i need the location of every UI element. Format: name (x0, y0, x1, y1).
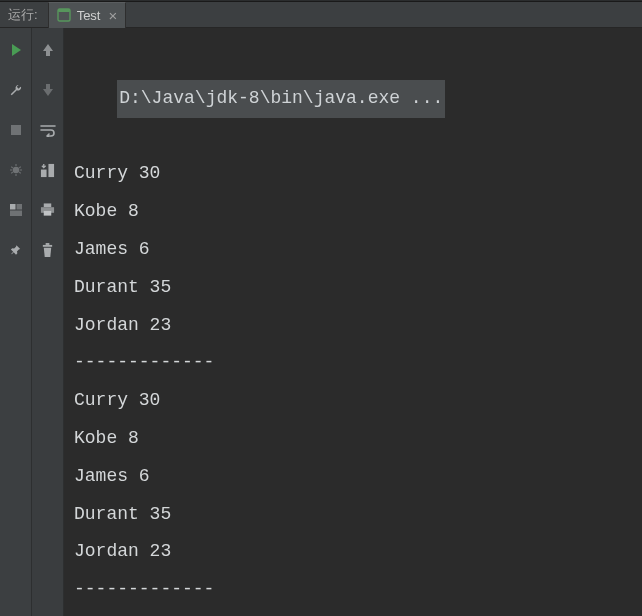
svg-rect-8 (48, 163, 54, 176)
run-gutter-mid (32, 28, 64, 616)
stop-button[interactable] (4, 118, 28, 142)
svg-rect-1 (58, 9, 70, 12)
down-stacktrace-button[interactable] (36, 78, 60, 102)
arrow-up-icon (42, 43, 54, 57)
settings-button[interactable] (4, 78, 28, 102)
svg-rect-2 (11, 125, 21, 135)
pin-icon (9, 243, 23, 257)
print-button[interactable] (36, 198, 60, 222)
trash-icon (41, 243, 54, 258)
application-icon (57, 8, 71, 22)
layout-button[interactable] (4, 198, 28, 222)
print-icon (40, 203, 55, 217)
bug-icon (8, 162, 24, 178)
svg-rect-6 (10, 211, 22, 217)
run-gutter-left (0, 28, 32, 616)
svg-point-3 (12, 167, 19, 174)
rerun-button[interactable] (4, 38, 28, 62)
arrow-down-icon (42, 83, 54, 97)
console-command-line: D:\Java\jdk-8\bin\java.exe ... (117, 80, 445, 118)
svg-rect-5 (16, 204, 22, 210)
pin-button[interactable] (4, 238, 28, 262)
svg-rect-11 (44, 211, 52, 216)
layout-icon (9, 203, 23, 217)
svg-rect-7 (41, 169, 47, 177)
clear-all-button[interactable] (36, 238, 60, 262)
scroll-to-end-button[interactable] (36, 158, 60, 182)
run-tab-label: Test (77, 8, 101, 23)
svg-rect-9 (44, 203, 52, 207)
run-tab-test[interactable]: Test × (48, 2, 127, 28)
soft-wrap-icon (40, 123, 56, 137)
console-lines: Curry 30 Kobe 8 James 6 Durant 35 Jordan… (74, 163, 214, 599)
svg-rect-13 (43, 244, 52, 246)
up-stacktrace-button[interactable] (36, 38, 60, 62)
scroll-to-end-icon (40, 163, 55, 178)
console-output[interactable]: D:\Java\jdk-8\bin\java.exe ... Curry 30 … (64, 28, 642, 616)
close-icon[interactable]: × (108, 8, 117, 23)
play-icon (9, 43, 23, 57)
run-label: 运行: (8, 6, 38, 24)
svg-rect-4 (10, 204, 16, 210)
run-body: D:\Java\jdk-8\bin\java.exe ... Curry 30 … (0, 28, 642, 616)
svg-rect-12 (46, 243, 50, 245)
run-tabbar: 运行: Test × (0, 2, 642, 28)
soft-wrap-button[interactable] (36, 118, 60, 142)
dump-threads-button[interactable] (4, 158, 28, 182)
stop-icon (10, 124, 22, 136)
wrench-icon (8, 83, 23, 98)
